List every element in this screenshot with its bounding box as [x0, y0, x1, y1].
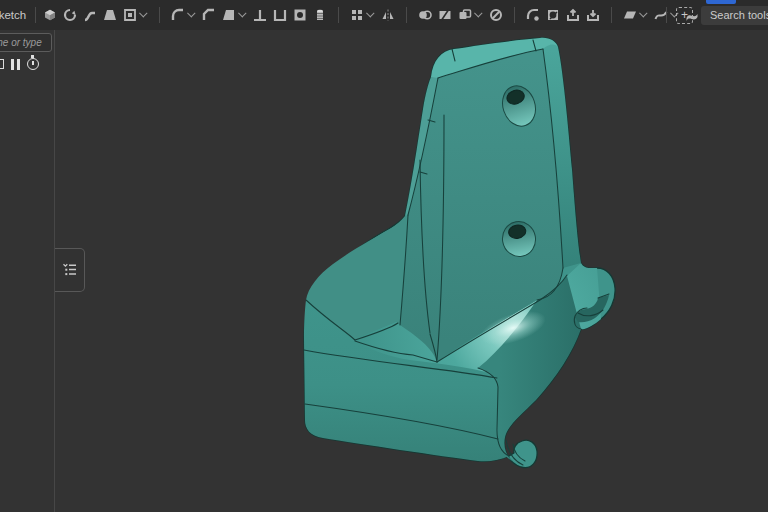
- custom-feature-button[interactable]: +: [676, 7, 693, 24]
- extrude-icon: [43, 8, 57, 22]
- linear-pattern-icon: [350, 8, 364, 22]
- hole-icon: [293, 8, 307, 22]
- toolbar-divider: [159, 7, 160, 23]
- feature-panel: [0, 30, 54, 512]
- toolbar: Sketch + Search tools: [0, 0, 768, 30]
- delete-face-button[interactable]: [546, 0, 560, 30]
- move-face-icon: [566, 8, 580, 22]
- plane-icon: [623, 8, 637, 22]
- offset-surface-icon: [586, 8, 600, 22]
- hole-button[interactable]: [293, 0, 307, 30]
- mirror-button[interactable]: [381, 0, 395, 30]
- filter-input[interactable]: [0, 33, 52, 52]
- draft-icon: [222, 8, 236, 22]
- sweep-button[interactable]: [83, 0, 97, 30]
- toolbar-divider: [611, 7, 612, 23]
- rib-button[interactable]: [253, 0, 267, 30]
- toolbar-divider: [406, 7, 407, 23]
- fillet-icon: [171, 8, 185, 22]
- stopwatch-icon[interactable]: [27, 58, 39, 70]
- sweep-icon: [83, 8, 97, 22]
- chevron-down-icon: [639, 9, 647, 17]
- chevron-down-icon: [139, 9, 147, 17]
- thread-button[interactable]: [313, 0, 327, 30]
- bracket-part[interactable]: [304, 38, 615, 468]
- loft-icon: [103, 8, 117, 22]
- offset-surface-button[interactable]: [586, 0, 600, 30]
- toolbar-search[interactable]: Search tools: [701, 6, 768, 25]
- rib-icon: [253, 8, 267, 22]
- toolbar-divider: [35, 7, 36, 23]
- loft-button[interactable]: [103, 0, 117, 30]
- stop-icon[interactable]: [0, 59, 4, 69]
- toolbar-right: + Search tools: [661, 0, 768, 30]
- search-label: Search tools: [710, 9, 768, 21]
- move-face-button[interactable]: [566, 0, 580, 30]
- fillet-button[interactable]: [171, 0, 196, 30]
- toolbar-divider: [338, 7, 339, 23]
- thicken-button[interactable]: [123, 0, 148, 30]
- chamfer-button[interactable]: [202, 0, 216, 30]
- chevron-down-icon: [238, 9, 246, 17]
- chevron-down-icon: [474, 9, 482, 17]
- boolean-button[interactable]: [418, 0, 432, 30]
- toolbar-divider: [666, 7, 667, 23]
- plane-button[interactable]: [623, 0, 648, 30]
- chevron-down-icon: [187, 9, 195, 17]
- shell-icon: [273, 8, 287, 22]
- thread-icon: [313, 8, 327, 22]
- revolve-button[interactable]: [63, 0, 77, 30]
- thicken-icon: [123, 8, 137, 22]
- modify-fillet-icon: [526, 8, 540, 22]
- toolbar-divider: [514, 7, 515, 23]
- draft-button[interactable]: [222, 0, 247, 30]
- delete-face-icon: [546, 8, 560, 22]
- combine-button[interactable]: [458, 0, 483, 30]
- combine-icon: [458, 8, 472, 22]
- delete-body-icon: [489, 8, 503, 22]
- split-button[interactable]: [438, 0, 452, 30]
- pause-icon[interactable]: [11, 59, 20, 70]
- split-icon: [438, 8, 452, 22]
- extrude-button[interactable]: [43, 0, 57, 30]
- mirror-icon: [381, 8, 395, 22]
- boolean-icon: [418, 8, 432, 22]
- modify-fillet-button[interactable]: [526, 0, 540, 30]
- delete-body-button[interactable]: [489, 0, 503, 30]
- chamfer-icon: [202, 8, 216, 22]
- primary-action-accent: [706, 0, 736, 4]
- sketch-button[interactable]: Sketch: [0, 9, 30, 21]
- shell-button[interactable]: [273, 0, 287, 30]
- model-viewport[interactable]: [54, 30, 768, 512]
- rollback-controls: [0, 57, 39, 71]
- toolbar-icons: [41, 0, 727, 30]
- plus-icon: +: [681, 8, 688, 22]
- linear-pattern-button[interactable]: [350, 0, 375, 30]
- revolve-icon: [63, 8, 77, 22]
- chevron-down-icon: [366, 9, 374, 17]
